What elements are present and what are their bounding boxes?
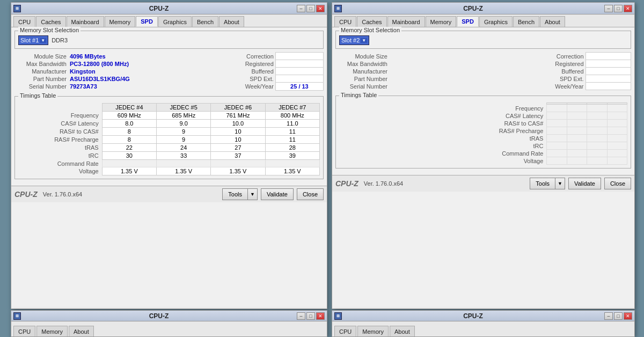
correction-label-2: Correction — [525, 53, 586, 60]
serial-number-row: Serial Number 79273A73 Week/Year 25 / 13 — [14, 83, 324, 91]
timings2-val-3-2 — [587, 127, 607, 135]
timings-val-6-1 — [157, 160, 211, 167]
tab-mainboard-2[interactable]: Mainboard — [387, 16, 425, 27]
tab-mainboard-1[interactable]: Mainboard — [67, 16, 104, 27]
tools-button-1[interactable]: Tools — [222, 188, 248, 200]
window-title-2: CPU-Z — [342, 5, 604, 12]
bottom-close-right[interactable]: ✕ — [624, 312, 632, 320]
tab-spd-1[interactable]: SPD — [136, 16, 158, 27]
slot-arrow-2[interactable]: ▼ — [361, 38, 367, 43]
slot-arrow-1[interactable]: ▼ — [40, 38, 46, 43]
ddr-label-1: DDR3 — [52, 37, 68, 43]
close-btn-2[interactable]: ✕ — [624, 5, 632, 12]
maximize-btn-2[interactable]: □ — [614, 5, 623, 12]
week-year-value-1: 25 / 13 — [275, 83, 323, 91]
timings2-val-6-2 — [587, 150, 607, 157]
info-table-2: Module Size Correction Max Bandwidth Reg… — [335, 52, 631, 90]
registered-label-1: Registered — [211, 60, 275, 68]
bottom-tab-about-right[interactable]: About — [390, 326, 415, 336]
validate-button-1[interactable]: Validate — [261, 188, 294, 200]
timings2-val-4-1 — [567, 135, 587, 142]
tab-bench-1[interactable]: Bench — [192, 16, 218, 27]
part-number-label: Part Number — [14, 75, 68, 83]
timings-label-7: Voltage — [18, 167, 102, 175]
tab-memory-2[interactable]: Memory — [426, 16, 457, 27]
tools-btn-group-2: Tools ▼ — [530, 178, 565, 189]
timings2-val-1-0 — [547, 112, 567, 120]
jedec6-header: JEDEC #6 — [211, 104, 265, 112]
timings-val-7-0: 1.35 V — [102, 167, 156, 175]
bottom-tab-about-left[interactable]: About — [69, 326, 94, 336]
validate-button-2[interactable]: Validate — [568, 178, 601, 189]
tools-button-2[interactable]: Tools — [530, 178, 555, 189]
bottom-tab-cpu-right[interactable]: CPU — [334, 326, 356, 336]
timings2-val-4-3 — [607, 135, 627, 142]
timings2-val-3-3 — [607, 127, 627, 135]
timings-row-1: CAS# Latency8.09.010.011.0 — [18, 120, 320, 128]
footer-version-2: Ver. 1.76.0.x64 — [364, 180, 527, 187]
minimize-btn-1[interactable]: – — [297, 5, 305, 12]
max-bandwidth-row-2: Max Bandwidth Registered — [335, 60, 631, 68]
tab-cpu-2[interactable]: CPU — [334, 16, 356, 27]
tab-graphics-1[interactable]: Graphics — [158, 16, 192, 27]
correction-value-2 — [586, 53, 631, 60]
timings2-label-3: RAS# Precharge — [339, 127, 547, 135]
window2: ⊞ CPU-Z – □ ✕ CPU Caches Mainboard Memor… — [332, 2, 635, 309]
timings-val-0-3: 800 MHz — [265, 112, 319, 120]
close-btn-1[interactable]: ✕ — [316, 5, 325, 12]
bottom-min-left[interactable]: – — [297, 312, 305, 320]
memory-slot-title-2: Memory Slot Selection — [339, 27, 401, 33]
tools-arrow-1[interactable]: ▼ — [248, 188, 258, 200]
tab-about-1[interactable]: About — [219, 16, 244, 27]
bottom-max-right[interactable]: □ — [614, 312, 623, 320]
slot-select-1[interactable]: Slot #1 ▼ — [18, 35, 48, 45]
footer-1: CPU-Z Ver. 1.76.0.x64 Tools ▼ Validate C… — [11, 186, 327, 202]
timings-row-3: RAS# Precharge891011 — [18, 136, 320, 144]
memory-slot-title-1: Memory Slot Selection — [18, 27, 80, 33]
close-button-2[interactable]: Close — [604, 178, 631, 189]
maximize-btn-1[interactable]: □ — [306, 5, 315, 12]
timings2-val-1-2 — [587, 112, 607, 120]
bottom-tab-memory-left[interactable]: Memory — [36, 326, 68, 336]
timings2-val-4-0 — [547, 135, 567, 142]
timings-val-5-3: 39 — [265, 152, 319, 160]
timings2-label-4: tRAS — [339, 135, 547, 142]
bottom-min-right[interactable]: – — [604, 312, 613, 320]
close-button-1[interactable]: Close — [297, 188, 324, 200]
module-size-label: Module Size — [14, 53, 68, 60]
tab-memory-1[interactable]: Memory — [105, 16, 136, 27]
tools-arrow-2[interactable]: ▼ — [555, 178, 565, 189]
manufacturer-row: Manufacturer Kingston Buffered — [14, 68, 324, 75]
serial-number-value: 79273A73 — [68, 83, 211, 91]
tab-graphics-2[interactable]: Graphics — [479, 16, 513, 27]
slot-row-2: Slot #2 ▼ — [339, 35, 627, 45]
timings2-label-0: Frequency — [339, 105, 547, 112]
timings2-val-0-2 — [587, 105, 607, 112]
timings2-row-0: Frequency — [339, 105, 627, 112]
bottom-tab-cpu-left[interactable]: CPU — [13, 326, 35, 336]
tab-caches-2[interactable]: Caches — [357, 16, 386, 27]
jedec7-header: JEDEC #7 — [265, 104, 319, 112]
correction-value-1 — [275, 53, 323, 60]
slot-value-2: Slot #2 — [341, 37, 360, 43]
timings2-val-6-0 — [547, 150, 567, 157]
timings2-label-2: RAS# to CAS# — [339, 120, 547, 127]
week-year-label-1: Week/Year — [211, 83, 275, 91]
tab-cpu-1[interactable]: CPU — [13, 16, 35, 27]
bottom-close-left[interactable]: ✕ — [316, 312, 325, 320]
tab-spd-2[interactable]: SPD — [457, 16, 479, 27]
timings-val-4-1: 24 — [157, 144, 211, 152]
minimize-btn-2[interactable]: – — [604, 5, 613, 12]
slot-select-2[interactable]: Slot #2 ▼ — [339, 35, 369, 45]
timings-val-3-1: 9 — [157, 136, 211, 144]
timings-row-7: Voltage1.35 V1.35 V1.35 V1.35 V — [18, 167, 320, 175]
bottom-tab-memory-right[interactable]: Memory — [357, 326, 389, 336]
tab-about-2[interactable]: About — [540, 16, 565, 27]
part-number-label-2: Part Number — [335, 75, 389, 83]
max-bw-value: PC3-12800 (800 MHz) — [68, 60, 211, 68]
timings-val-4-3: 28 — [265, 144, 319, 152]
timings-group-1: Timings Table JEDEC #4 JEDEC #5 JEDEC #6… — [14, 96, 324, 179]
tab-bench-2[interactable]: Bench — [513, 16, 539, 27]
tab-caches-1[interactable]: Caches — [36, 16, 65, 27]
bottom-max-left[interactable]: □ — [306, 312, 315, 320]
